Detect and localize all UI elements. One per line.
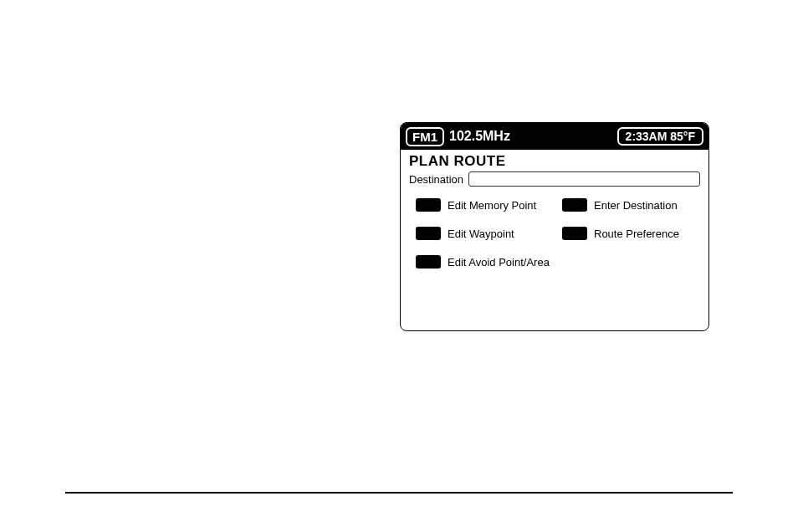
radio-band-badge: FM1 (406, 127, 444, 146)
destination-row: Destination (401, 171, 708, 193)
time-temperature: 2:33AM 85°F (617, 127, 703, 146)
route-preference-button[interactable]: Route Preference (562, 227, 700, 240)
button-icon (562, 198, 587, 212)
radio-frequency: 102.5MHz (449, 129, 612, 144)
button-label: Edit Memory Point (448, 199, 536, 212)
button-label: Enter Destination (594, 199, 678, 212)
button-label: Edit Waypoint (448, 228, 514, 240)
status-bar: FM1 102.5MHz 2:33AM 85°F (401, 123, 708, 150)
button-icon (416, 227, 441, 240)
button-icon (562, 227, 587, 240)
button-label: Route Preference (594, 228, 679, 240)
screen-title: PLAN ROUTE (401, 150, 708, 171)
destination-label: Destination (409, 173, 463, 186)
destination-field[interactable] (468, 171, 700, 187)
edit-memory-point-button[interactable]: Edit Memory Point (416, 198, 554, 212)
edit-avoid-point-area-button[interactable]: Edit Avoid Point/Area (416, 255, 554, 269)
options-grid: Edit Memory Point Enter Destination Edit… (401, 193, 708, 277)
horizontal-rule (65, 492, 733, 494)
button-icon (416, 255, 441, 269)
navigation-screen: FM1 102.5MHz 2:33AM 85°F PLAN ROUTE Dest… (400, 122, 709, 331)
button-label: Edit Avoid Point/Area (448, 256, 550, 269)
edit-waypoint-button[interactable]: Edit Waypoint (416, 227, 554, 240)
button-icon (416, 198, 441, 212)
enter-destination-button[interactable]: Enter Destination (562, 198, 700, 212)
